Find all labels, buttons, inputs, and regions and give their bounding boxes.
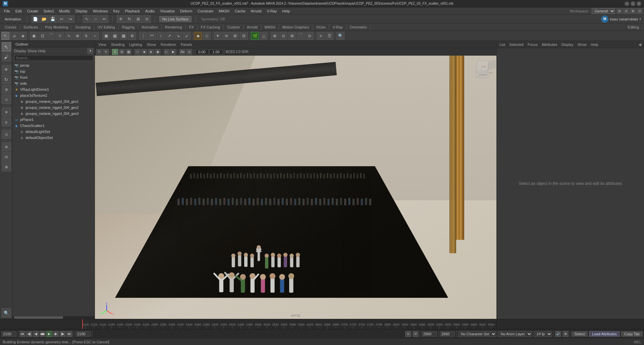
live-surface-button[interactable]: No Live Surface: [159, 16, 192, 22]
vp-icon-shading1[interactable]: ▷: [164, 49, 170, 55]
timeline-current-indicator[interactable]: [82, 319, 83, 329]
menu-create[interactable]: Create: [24, 8, 41, 14]
tab-curves[interactable]: Curves: [1, 24, 20, 30]
tab-arnold[interactable]: Arnold: [244, 24, 261, 30]
tool-snap-grid[interactable]: ⊞: [288, 32, 296, 40]
tool-editor[interactable]: ≡: [317, 32, 325, 40]
menu-visualize[interactable]: Visualize: [157, 8, 177, 14]
tool-select-hier[interactable]: ⊿: [10, 32, 18, 40]
vp-menu-shading[interactable]: Shading: [109, 42, 126, 47]
workspace-icon1[interactable]: ⊞: [616, 8, 623, 14]
tab-sculpting[interactable]: Sculpting: [72, 24, 94, 30]
pb-prev-frame[interactable]: ◀: [33, 331, 39, 337]
tool-constraint2[interactable]: ⊙: [279, 32, 287, 40]
outliner-item-objset[interactable]: ⊙ defaultObjectSet: [13, 135, 95, 141]
pb-loop[interactable]: ↺: [413, 331, 419, 337]
frame-current[interactable]: [75, 331, 91, 337]
vp-render-value[interactable]: 1.00: [209, 49, 223, 55]
tab-custom[interactable]: Custom: [224, 24, 244, 30]
tab-mash[interactable]: MASH: [261, 24, 279, 30]
tool-ik-sc[interactable]: ↘: [174, 32, 182, 40]
vp-icon-layout[interactable]: ▦: [125, 49, 131, 55]
menu-help[interactable]: Help: [279, 8, 292, 14]
vp-icon-solid[interactable]: ■: [141, 49, 147, 55]
tb-redo[interactable]: ↪: [66, 15, 74, 23]
tool-grid2[interactable]: ⊟: [2, 152, 11, 161]
outliner-search-input[interactable]: [14, 55, 93, 61]
tab-fx-caching[interactable]: FX Caching: [198, 24, 224, 30]
tb-new[interactable]: 📄: [32, 15, 40, 23]
tab-onomatrix[interactable]: Onomatrix: [346, 24, 371, 30]
vp-icon-grid[interactable]: ⊞: [119, 49, 125, 55]
tool-select[interactable]: ↖: [2, 42, 11, 52]
pb-next-key[interactable]: |▶: [60, 331, 66, 337]
tool-universal[interactable]: ⊕: [2, 107, 11, 117]
tool-soft-mod[interactable]: ◎: [2, 117, 11, 127]
attr-nav-display[interactable]: Display: [561, 43, 573, 47]
tool-squash[interactable]: ⊕: [73, 32, 82, 40]
outliner-item-vray-dome[interactable]: ☀ VRayLightDome1: [13, 86, 95, 92]
tool-show-manip[interactable]: ⊡: [2, 130, 11, 139]
tool-search[interactable]: 🔍: [336, 32, 344, 40]
tool-render-region[interactable]: ▣: [102, 32, 110, 40]
timeline-ruler[interactable]: 2100212021402160218022002220224022602280…: [82, 319, 496, 329]
tool-rot[interactable]: ↻: [2, 75, 11, 84]
tool-ik-spring[interactable]: ↕: [157, 32, 165, 40]
close-button[interactable]: ×: [637, 1, 641, 6]
vp-icon-tex[interactable]: ◈: [148, 49, 154, 55]
outliner-item-pplane[interactable]: ▭ pPlane1: [13, 117, 95, 123]
view-cube[interactable]: TOP FRONT RT: [473, 59, 493, 79]
frame-range-start[interactable]: [1, 331, 16, 337]
tool-outliner[interactable]: ☰: [325, 32, 333, 40]
outliner-item-front[interactable]: 📷 front: [13, 74, 95, 80]
workspace-icon2[interactable]: ⊟: [623, 8, 629, 14]
pb-go-end[interactable]: ⏭: [66, 331, 72, 337]
tb-rotate[interactable]: ↻: [125, 15, 133, 23]
tool-wave[interactable]: ∼: [91, 32, 99, 40]
pb-next-frame[interactable]: ▶: [53, 331, 59, 337]
vp-icon-aa[interactable]: Aa: [179, 49, 185, 55]
attr-nav-selected[interactable]: Selected: [509, 43, 524, 47]
tool-joint[interactable]: ⋮: [139, 32, 147, 40]
attr-nav-attributes[interactable]: Attributes: [542, 43, 557, 47]
tool-paint2[interactable]: △: [260, 32, 268, 40]
tool-twist[interactable]: ↯: [82, 32, 90, 40]
outliner-item-group1[interactable]: ⊕ grouprp_melanie_rigged_004_geo1: [13, 98, 95, 105]
attr-collapse[interactable]: ◀: [638, 42, 641, 47]
tool-grid3[interactable]: ⊠: [2, 162, 11, 171]
vp-icon-sel[interactable]: ↖: [96, 49, 102, 55]
tool-lattice[interactable]: ⊡: [39, 32, 47, 40]
vp-icon-cam-active[interactable]: A: [112, 49, 118, 55]
tool-grid[interactable]: ⊞: [2, 142, 11, 151]
outliner-item-place3d[interactable]: ◈ place3dTexture2: [13, 92, 95, 98]
tb-save[interactable]: 💾: [49, 15, 57, 23]
tool-search-bottom[interactable]: 🔍: [2, 308, 11, 318]
pb-play[interactable]: ▶: [46, 331, 52, 337]
tb-undo[interactable]: ↩: [58, 15, 66, 23]
tool-scl[interactable]: ⊞: [2, 85, 11, 94]
outliner-nav-show[interactable]: Show: [28, 49, 37, 53]
vp-menu-view[interactable]: View: [96, 42, 108, 47]
tool-key-all[interactable]: ◇: [203, 32, 211, 40]
attr-nav-focus[interactable]: Focus: [528, 43, 538, 47]
outliner-scrollbar[interactable]: [13, 316, 95, 319]
tool-move[interactable]: ✛: [2, 65, 11, 74]
tb-select[interactable]: ↖: [83, 15, 91, 23]
tool-paint-fx[interactable]: 🌿: [251, 32, 259, 40]
workspace-icon3[interactable]: ⊠: [630, 8, 636, 14]
anim-layer-dropdown[interactable]: No Anim Layer: [498, 331, 532, 337]
tool-ncloth[interactable]: ⊞: [231, 32, 239, 40]
outliner-item-group3[interactable]: ⊕ grouprp_melanie_rigged_004_geo3: [13, 111, 95, 117]
tool-render-all[interactable]: ▩: [119, 32, 127, 40]
outliner-item-group2[interactable]: ⊕ grouprp_melanie_rigged_004_geo2: [13, 105, 95, 111]
pb-go-start[interactable]: ⏮: [19, 331, 25, 337]
tb-transform[interactable]: ⊙: [143, 15, 151, 23]
tab-uv-editing[interactable]: UV Editing: [94, 24, 119, 30]
tab-poly-modeling[interactable]: Poly Modeling: [42, 24, 72, 30]
tool-ik-spline[interactable]: ↙: [183, 32, 191, 40]
tool-snap-pt[interactable]: ⊙: [306, 32, 314, 40]
maximize-button[interactable]: □: [631, 1, 635, 6]
menu-deform[interactable]: Deform: [177, 8, 195, 14]
tab-animation[interactable]: Animation: [138, 24, 162, 30]
pb-play-back[interactable]: ◀▶: [40, 331, 46, 337]
